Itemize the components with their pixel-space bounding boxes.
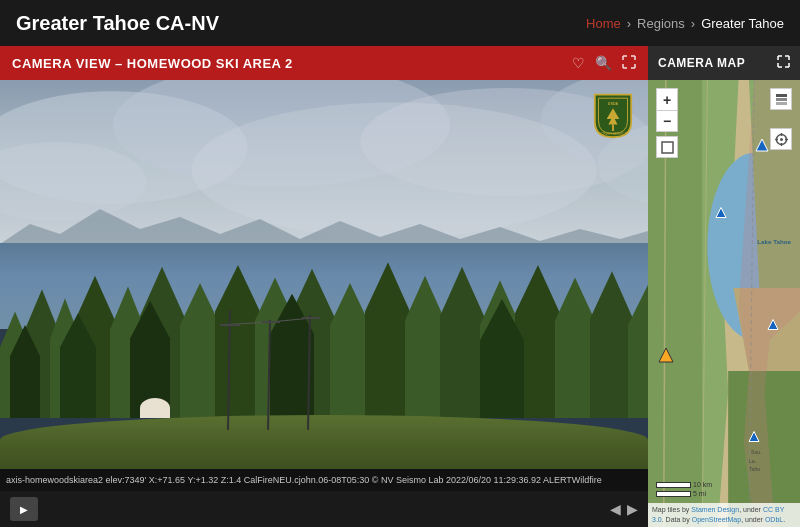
camera-status-bar: axis-homewoodskiarea2 elev:7349' X:+71.6… [0,469,648,491]
dome-structure [140,398,170,418]
svg-marker-37 [749,431,759,441]
main-content: CAMERA VIEW – HOMEWOOD SKI AREA 2 ♡ 🔍 [0,46,800,527]
nav-prev-icon[interactable]: ◀ [610,501,621,517]
favorite-icon[interactable]: ♡ [572,55,585,71]
breadcrumb: Home › Regions › Greater Tahoe [586,16,784,31]
map-marker-4[interactable] [748,429,761,447]
usfs-badge: USDA FOREST SERVICE [588,90,638,140]
svg-rect-25 [776,102,787,105]
svg-text:La.: La. [749,458,756,464]
map-scale: 10 km 5 mi [656,481,712,497]
svg-marker-36 [768,319,778,329]
breadcrumb-sep2: › [691,16,695,31]
breadcrumb-regions[interactable]: Regions [637,16,685,31]
camera-nav: ◀ ▶ [610,501,638,517]
fullscreen-icon[interactable] [622,55,636,72]
svg-rect-23 [776,94,787,97]
svg-line-8 [268,320,270,430]
attribution-text: Map tiles by [652,506,691,513]
play-button[interactable]: ▶ [10,497,38,521]
map-title: CAMERA MAP [658,56,745,70]
svg-text:FOREST SERVICE: FOREST SERVICE [599,132,627,136]
search-icon[interactable]: 🔍 [595,55,612,71]
svg-text:USDA: USDA [608,102,619,106]
breadcrumb-sep1: › [627,16,631,31]
camera-controls: ♡ 🔍 [572,55,636,72]
stamen-link[interactable]: Stamen Design [691,506,739,513]
map-attribution: Map tiles by Stamen Design, under CC BY … [648,503,800,527]
nav-next-icon[interactable]: ▶ [627,501,638,517]
play-icon: ▶ [20,504,28,515]
map-locate-button[interactable] [770,128,792,150]
camera-image: USDA FOREST SERVICE [0,80,648,469]
svg-line-9 [308,315,310,430]
camera-title: CAMERA VIEW – HOMEWOOD SKI AREA 2 [12,56,293,71]
map-square-button[interactable] [656,136,678,158]
map-area[interactable]: Lake Tahoe Sou. La. Taho + − [648,80,800,527]
ski-lift [190,310,390,430]
svg-rect-24 [776,98,787,101]
map-zoom-controls: + − [656,88,678,132]
map-layers-button[interactable] [770,88,792,110]
page-header: Greater Tahoe CA-NV Home › Regions › Gre… [0,0,800,46]
camera-header: CAMERA VIEW – HOMEWOOD SKI AREA 2 ♡ 🔍 [0,46,648,80]
svg-rect-32 [662,142,673,153]
map-header: CAMERA MAP [648,46,800,80]
map-marker-3[interactable] [766,317,779,335]
scale-10km-label: 10 km [693,481,712,488]
breadcrumb-current: Greater Tahoe [701,16,784,31]
svg-line-7 [228,310,230,430]
svg-text:Lake Tahoe: Lake Tahoe [757,238,791,245]
svg-text:Sou.: Sou. [751,449,762,455]
camera-footer: ▶ ◀ ▶ [0,491,648,527]
svg-text:Taho: Taho [749,466,760,472]
breadcrumb-home[interactable]: Home [586,16,621,31]
svg-point-31 [780,138,783,141]
map-marker-1[interactable] [754,137,770,157]
osm-link[interactable]: OpenStreetMap [692,516,741,523]
svg-marker-34 [716,208,726,218]
camera-panel: CAMERA VIEW – HOMEWOOD SKI AREA 2 ♡ 🔍 [0,46,648,527]
map-expand-icon[interactable] [777,55,790,71]
zoom-in-button[interactable]: + [656,88,678,110]
map-marker-active[interactable] [658,347,674,367]
status-text: axis-homewoodskiarea2 elev:7349' X:+71.6… [6,475,602,485]
svg-marker-33 [756,139,768,151]
zoom-out-button[interactable]: − [656,110,678,132]
scale-5mi-label: 5 mi [693,490,706,497]
page-title: Greater Tahoe CA-NV [16,12,219,35]
map-panel: CAMERA MAP [648,46,800,527]
svg-marker-35 [659,348,673,362]
odbl-link[interactable]: ODbL [765,516,783,523]
map-marker-2[interactable] [714,205,727,223]
